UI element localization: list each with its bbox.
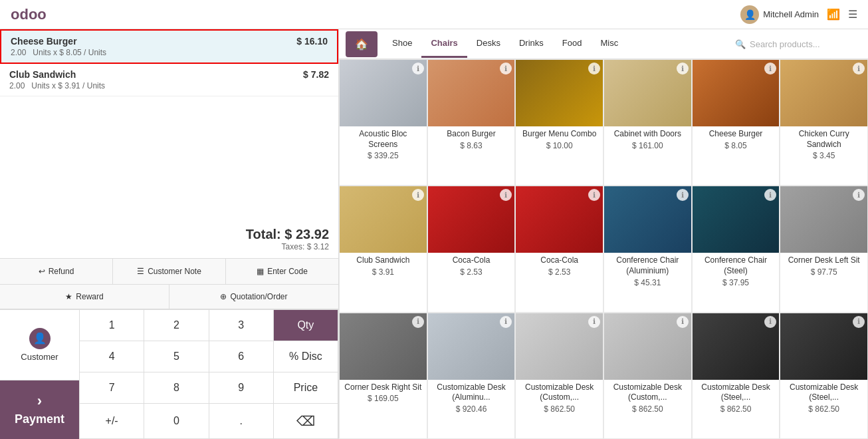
product-chicken-curry[interactable]: ℹ Chicken Curry Sandwich $ 3.45	[780, 59, 868, 186]
product-price: $ 3.45	[813, 151, 835, 160]
numpad-backspace[interactable]: ⌫	[274, 404, 338, 439]
category-misc[interactable]: Misc	[591, 30, 627, 58]
payment-label: Payment	[15, 412, 64, 426]
product-corner-desk-right[interactable]: ℹ Corner Desk Right Sit $ 169.05	[339, 313, 427, 439]
numpad-5[interactable]: 5	[144, 341, 209, 372]
customer-payment-section: 👤 Customer › Payment	[0, 310, 80, 439]
product-name: Conference Chair (Steel)	[693, 253, 780, 277]
chevron-right-icon: ›	[37, 392, 42, 410]
numpad-4[interactable]: 4	[80, 341, 144, 372]
action-buttons: ↩ Refund ☰ Customer Note ▦ Enter Code	[0, 258, 338, 285]
numpad-price[interactable]: Price	[274, 372, 338, 404]
product-name: Corner Desk Left Sit	[784, 253, 864, 267]
info-icon[interactable]: ℹ	[412, 316, 424, 328]
product-name: Acoustic Bloc Screens	[340, 126, 427, 151]
wifi-icon: 📶	[827, 8, 840, 21]
numpad-disc[interactable]: % Disc	[274, 341, 338, 372]
payment-button[interactable]: › Payment	[0, 380, 79, 440]
home-button[interactable]: 🏠	[346, 31, 378, 57]
info-icon[interactable]: ℹ	[764, 316, 776, 328]
product-club-sandwich[interactable]: ℹ Club Sandwich $ 3.91	[339, 186, 427, 312]
product-name: Customizable Desk (Aluminu...	[428, 380, 515, 404]
numpad-8[interactable]: 8	[144, 372, 209, 404]
product-price: $ 45.31	[634, 278, 661, 287]
refund-button[interactable]: ↩ Refund	[0, 259, 113, 284]
search-area: 🔍	[735, 39, 861, 49]
info-icon[interactable]: ℹ	[677, 189, 689, 201]
category-food[interactable]: Food	[553, 30, 592, 58]
order-items-list: Cheese Burger $ 16.10 2.00 Units x $ 8.0…	[0, 29, 338, 220]
numpad-7[interactable]: 7	[80, 372, 144, 404]
product-cheese-burger[interactable]: ℹ Cheese Burger $ 8.05	[692, 59, 780, 186]
numpad-qty[interactable]: Qty	[274, 310, 338, 341]
order-item[interactable]: Club Sandwich $ 7.82 2.00 Units x $ 3.91…	[0, 64, 338, 96]
info-icon[interactable]: ℹ	[588, 63, 600, 74]
product-custom-desk-s2[interactable]: ℹ Customizable Desk (Steel,... $ 862.50	[780, 313, 868, 439]
item-detail: 2.00 Units x $ 3.91 / Units	[9, 81, 329, 90]
numpad-9[interactable]: 9	[209, 372, 274, 404]
user-info: 👤 Mitchell Admin	[740, 5, 819, 24]
product-price: $ 8.63	[460, 141, 482, 150]
product-conf-chair-st[interactable]: ℹ Conference Chair (Steel) $ 37.95	[692, 186, 780, 312]
info-icon[interactable]: ℹ	[500, 316, 512, 328]
info-icon[interactable]: ℹ	[853, 316, 865, 328]
secondary-buttons: ★ Reward ⊕ Quotation/Order	[0, 285, 338, 309]
refund-icon: ↩	[39, 267, 45, 276]
info-icon[interactable]: ℹ	[853, 63, 865, 74]
reward-button[interactable]: ★ Reward	[0, 285, 169, 309]
product-name: Chicken Curry Sandwich	[780, 126, 867, 151]
product-name: Coca-Cola	[449, 253, 494, 267]
product-price: $ 37.95	[722, 278, 749, 287]
numpad-1[interactable]: 1	[80, 310, 144, 341]
numpad-plusminus[interactable]: +/-	[80, 404, 144, 439]
note-icon: ☰	[137, 267, 144, 276]
numpad-decimal[interactable]: .	[209, 404, 274, 439]
enter-code-button[interactable]: ▦ Enter Code	[226, 259, 338, 284]
product-custom-desk-s1[interactable]: ℹ Customizable Desk (Steel,... $ 862.50	[692, 313, 780, 439]
product-coca-cola-1[interactable]: ℹ Coca-Cola $ 2.53	[427, 186, 516, 312]
product-bacon-burger[interactable]: ℹ Bacon Burger $ 8.63	[427, 59, 516, 186]
product-custom-desk-c2[interactable]: ℹ Customizable Desk (Custom,... $ 862.50	[603, 313, 692, 439]
product-price: $ 862.50	[544, 404, 575, 414]
product-price: $ 97.75	[811, 267, 837, 277]
product-acoustic-bloc[interactable]: ℹ Acoustic Bloc Screens $ 339.25	[339, 59, 427, 186]
hamburger-menu-icon[interactable]: ☰	[848, 8, 857, 21]
category-drinks[interactable]: Drinks	[510, 30, 553, 58]
product-name: Burger Menu Combo	[518, 126, 600, 141]
item-name: Cheese Burger	[11, 36, 77, 47]
product-custom-desk-c1[interactable]: ℹ Customizable Desk (Custom,... $ 862.50	[515, 313, 603, 439]
product-coca-cola-2[interactable]: ℹ Coca-Cola $ 2.53	[515, 186, 603, 312]
product-burger-menu-combo[interactable]: ℹ Burger Menu Combo $ 10.00	[515, 59, 603, 186]
product-price: $ 10.00	[546, 141, 573, 150]
product-price: $ 2.53	[460, 267, 482, 277]
info-icon[interactable]: ℹ	[677, 316, 689, 328]
product-cabinet-doors[interactable]: ℹ Cabinet with Doors $ 161.00	[603, 59, 692, 186]
numpad-0[interactable]: 0	[144, 404, 209, 439]
product-corner-desk-left[interactable]: ℹ Corner Desk Left Sit $ 97.75	[780, 186, 868, 312]
order-item[interactable]: Cheese Burger $ 16.10 2.00 Units x $ 8.0…	[0, 29, 338, 64]
category-desks[interactable]: Desks	[467, 30, 510, 58]
customer-note-button[interactable]: ☰ Customer Note	[113, 259, 226, 284]
category-chairs[interactable]: Chairs	[421, 30, 467, 58]
search-input[interactable]	[750, 39, 861, 49]
info-icon[interactable]: ℹ	[588, 316, 600, 328]
info-icon[interactable]: ℹ	[412, 63, 424, 74]
left-panel: Cheese Burger $ 16.10 2.00 Units x $ 8.0…	[0, 29, 339, 439]
customer-button[interactable]: 👤 Customer	[0, 310, 79, 380]
info-icon[interactable]: ℹ	[412, 189, 424, 201]
product-custom-desk-al[interactable]: ℹ Customizable Desk (Aluminu... $ 920.46	[427, 313, 516, 439]
taxes-amount: Taxes: $ 3.12	[9, 242, 329, 251]
quotation-order-button[interactable]: ⊕ Quotation/Order	[169, 285, 338, 309]
code-icon: ▦	[257, 267, 264, 276]
info-icon[interactable]: ℹ	[677, 63, 689, 74]
product-conf-chair-al[interactable]: ℹ Conference Chair (Aluminium) $ 45.31	[603, 186, 692, 312]
category-shoe[interactable]: Shoe	[383, 30, 421, 58]
product-name: Corner Desk Right Sit	[340, 380, 425, 394]
product-price: $ 169.05	[368, 394, 399, 403]
numpad-6[interactable]: 6	[209, 341, 274, 372]
numpad-area: 👤 Customer › Payment 1 2 3 Qty 4 5 6 % D…	[0, 309, 338, 439]
products-grid: ℹ Acoustic Bloc Screens $ 339.25 ℹ Bacon…	[339, 59, 868, 439]
numpad-3[interactable]: 3	[209, 310, 274, 341]
numpad-2[interactable]: 2	[144, 310, 209, 341]
product-price: $ 862.50	[808, 404, 839, 414]
